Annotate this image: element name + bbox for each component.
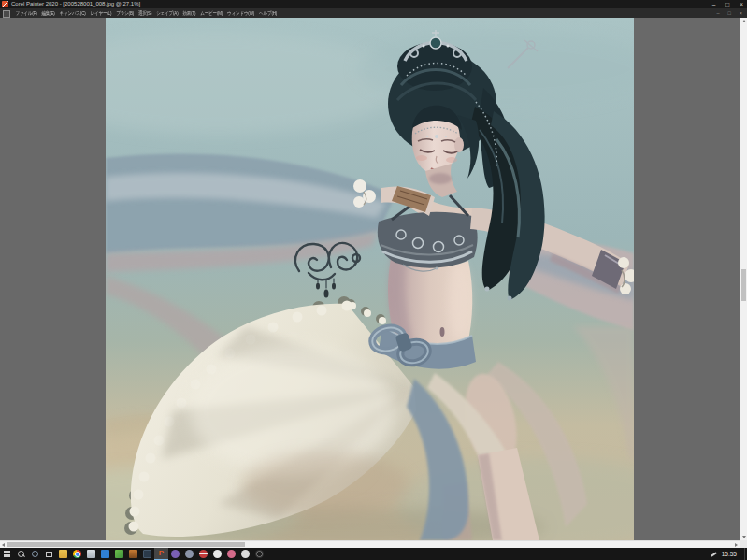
windows-logo-icon [4, 551, 10, 557]
cortana-icon [32, 551, 38, 557]
menu-window[interactable]: ウィンドウ(W) [225, 8, 257, 18]
close-button[interactable]: × [740, 0, 743, 8]
chrome-icon [73, 550, 81, 558]
cortana-button[interactable] [28, 548, 42, 560]
profile-white-icon [213, 550, 222, 558]
scrollbar-corner [740, 540, 747, 548]
menu-help[interactable]: ヘルプ(H) [257, 8, 280, 18]
menu-edit[interactable]: 編集(E) [39, 8, 57, 18]
menu-layers[interactable]: レイヤー(L) [88, 8, 114, 18]
painter-logo-icon [2, 1, 8, 7]
taskbar-profile-red[interactable] [196, 548, 210, 560]
menu-bar: ファイル(F) 編集(E) キャンバス(C) レイヤー(L) ブラシ(B) 選択… [0, 8, 747, 18]
vertical-scrollbar[interactable] [740, 18, 747, 540]
document-icon[interactable] [3, 10, 10, 18]
profile-light-icon [241, 550, 250, 558]
taskbar-file-explorer[interactable] [56, 548, 70, 560]
doc-minimize-button[interactable]: – [716, 8, 719, 18]
menu-canvas[interactable]: キャンバス(C) [57, 8, 88, 18]
scroll-up-arrow[interactable] [740, 18, 747, 25]
taskbar-clock[interactable]: 15:55 [722, 548, 737, 560]
profile-dark-icon [255, 550, 264, 558]
task-view-button[interactable] [42, 548, 56, 560]
profile-purple-icon [171, 550, 180, 558]
minimize-button[interactable]: – [712, 0, 716, 8]
doc-close-button[interactable]: × [740, 8, 742, 18]
start-button[interactable] [0, 548, 14, 560]
app-light-icon [87, 550, 95, 558]
taskbar-app-darkblue[interactable] [140, 548, 154, 560]
search-icon [18, 551, 24, 557]
app-green-icon [115, 550, 123, 558]
folder-icon [59, 550, 67, 558]
scroll-left-arrow[interactable] [0, 541, 7, 548]
painter-icon: P [159, 548, 164, 559]
search-button[interactable] [14, 548, 28, 560]
app-orange-icon [129, 550, 137, 558]
painting-dancer [106, 18, 634, 540]
taskbar-app-orange[interactable] [126, 548, 140, 560]
taskbar-profile-pink[interactable] [224, 548, 238, 560]
document-canvas[interactable] [106, 18, 634, 540]
horizontal-scrollbar[interactable] [0, 540, 740, 548]
taskbar-profile-white[interactable] [210, 548, 224, 560]
horizontal-scroll-thumb[interactable] [7, 542, 245, 547]
taskbar-chrome[interactable] [70, 548, 84, 560]
doc-restore-button[interactable]: □ [727, 8, 730, 18]
windows-taskbar: P 15:55 [0, 548, 747, 560]
task-view-icon [46, 552, 52, 557]
menu-brushes[interactable]: ブラシ(B) [114, 8, 136, 18]
taskbar-profile-gray[interactable] [182, 548, 196, 560]
taskbar-app-light[interactable] [84, 548, 98, 560]
menu-file[interactable]: ファイル(F) [13, 8, 39, 18]
app-blue-icon [101, 550, 109, 558]
taskbar-app-green[interactable] [112, 548, 126, 560]
menu-movie[interactable]: ムービー(M) [198, 8, 225, 18]
pen-tray-icon[interactable] [710, 551, 717, 558]
taskbar-profile-purple[interactable] [168, 548, 182, 560]
vertical-scroll-thumb[interactable] [741, 269, 746, 301]
system-tray: 15:55 [710, 548, 747, 560]
desktop: { "window": { "app_title": "Corel Painte… [0, 0, 747, 560]
profile-gray-icon [185, 550, 194, 558]
profile-pink-icon [227, 550, 236, 558]
menu-select[interactable]: 選択(S) [136, 8, 154, 18]
window-title: Corel Painter 2020 - [200528001_008.jpg … [11, 0, 140, 8]
scroll-down-arrow[interactable] [740, 533, 747, 540]
canvas-pasteboard [0, 18, 740, 540]
taskbar-app-blue[interactable] [98, 548, 112, 560]
scroll-right-arrow[interactable] [732, 541, 740, 548]
profile-red-icon [199, 550, 208, 558]
menu-effects[interactable]: 効果(T) [180, 8, 198, 18]
taskbar-profile-light[interactable] [238, 548, 252, 560]
menu-shapes[interactable]: シェイプ(A) [154, 8, 180, 18]
title-bar[interactable]: Corel Painter 2020 - [200528001_008.jpg … [0, 0, 747, 8]
taskbar-corel-painter-active[interactable]: P [154, 548, 168, 560]
app-darkblue-icon [143, 550, 151, 558]
maximize-button[interactable]: □ [725, 0, 729, 8]
taskbar-profile-dark[interactable] [252, 548, 266, 560]
